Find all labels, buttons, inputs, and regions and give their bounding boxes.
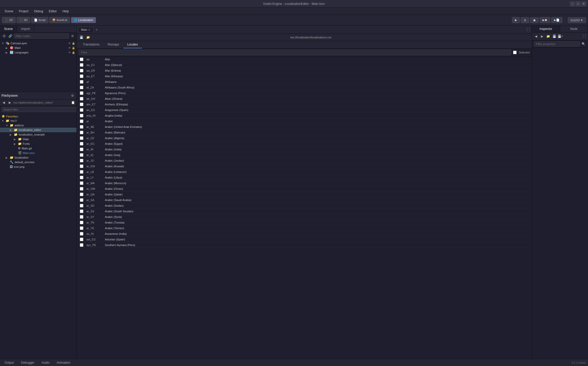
locale-checkbox[interactable] xyxy=(80,164,83,168)
inspector-open-folder[interactable]: 📁 xyxy=(545,34,551,39)
close-button[interactable]: ✕ xyxy=(581,2,586,6)
fs-item-res[interactable]: ▼ 📁 res:// xyxy=(0,118,76,123)
locale-item[interactable]: ar_EGArabic (Egypt) xyxy=(77,141,532,147)
fs-search-input[interactable] xyxy=(2,107,76,112)
locale-checkbox[interactable] xyxy=(80,74,83,78)
fs-item-defaultenv[interactable]: ▶ 🔧 default_env.tres xyxy=(0,160,76,164)
locale-item[interactable]: aa_ERAfar (Eritrea) xyxy=(77,68,532,73)
locale-item[interactable]: aaAfar xyxy=(77,57,532,62)
locale-item[interactable]: arArabic xyxy=(77,118,532,124)
menu-project[interactable]: Project xyxy=(16,9,31,14)
bottom-tab-animation[interactable]: Animation xyxy=(54,360,73,365)
locale-item[interactable]: an_ESAragonese (Spain) xyxy=(77,107,532,113)
locale-item[interactable]: aa_DJAfar (Djibouti) xyxy=(77,62,532,68)
fs-item-addons[interactable]: ▼ 📁 addons xyxy=(0,123,76,128)
locale-item[interactable]: ar_LBArabic (Lebanon) xyxy=(77,169,532,175)
locale-list[interactable]: aaAfaraa_DJAfar (Djibouti)aa_ERAfar (Eri… xyxy=(77,57,532,359)
locale-checkbox[interactable] xyxy=(80,176,83,179)
locale-checkbox[interactable] xyxy=(80,243,83,247)
locale-checkbox[interactable] xyxy=(80,153,83,157)
tab-scene[interactable]: Scene xyxy=(0,26,17,32)
file-save-btn[interactable]: 💾 xyxy=(79,35,84,40)
visibility-icon[interactable]: 👁 xyxy=(68,42,71,45)
selected-checkbox[interactable] xyxy=(513,51,517,54)
lock-icon[interactable]: 🔒 xyxy=(72,42,75,45)
tree-item-languages[interactable]: ▶ 🔤 Languages 👁 🔒 xyxy=(0,50,76,55)
play-scene-button[interactable]: ▶⏹ xyxy=(540,17,550,23)
locale-checkbox[interactable] xyxy=(80,209,83,213)
locale-checkbox[interactable] xyxy=(80,119,83,123)
locale-item[interactable]: ast_ESAsturian (Spain) xyxy=(77,237,532,242)
inspector-history-next[interactable]: ▶ xyxy=(539,34,545,39)
inspector-expand[interactable]: ⛶ xyxy=(581,34,587,39)
fs-path-icon[interactable]: 📋 xyxy=(70,100,75,105)
filter-nodes-input[interactable] xyxy=(14,34,69,39)
bottom-tab-debugger[interactable]: Debugger xyxy=(18,360,37,365)
locale-checkbox[interactable] xyxy=(80,159,83,162)
menu-scene[interactable]: Scene xyxy=(2,9,16,14)
locale-item[interactable]: ar_TNArabic (Tunisia) xyxy=(77,220,532,225)
locale-checkbox[interactable] xyxy=(80,148,83,151)
locale-item[interactable]: ar_JOArabic (Jordan) xyxy=(77,158,532,163)
locale-checkbox[interactable] xyxy=(80,193,83,196)
locale-checkbox[interactable] xyxy=(80,226,83,230)
locale-item[interactable]: aa_ETAfar (Ethiopia) xyxy=(77,73,532,79)
fs-forward-button[interactable]: ▶ xyxy=(7,100,12,105)
locale-checkbox[interactable] xyxy=(80,114,83,117)
fs-item-localization-example[interactable]: ▶ 📁 localization_example xyxy=(0,132,76,137)
locale-checkbox[interactable] xyxy=(80,86,83,89)
locale-checkbox[interactable] xyxy=(80,69,83,72)
lock-icon-main[interactable]: 🔒 xyxy=(72,47,75,49)
locale-item[interactable]: ar_SDArabic (Sudan) xyxy=(77,203,532,208)
toolbar-2d-button[interactable]: ⬛ 2D xyxy=(2,17,16,23)
locale-item[interactable]: ar_OMArabic (Oman) xyxy=(77,186,532,192)
lock-icon-lang[interactable]: 🔒 xyxy=(72,51,75,54)
locale-checkbox[interactable] xyxy=(80,136,83,140)
pause-button[interactable]: ⏸ xyxy=(521,17,529,23)
fs-item-iconpng[interactable]: ▶ 🖼 icon.png xyxy=(0,164,76,169)
bottom-tab-audio[interactable]: Audio xyxy=(39,360,52,365)
stop-button[interactable]: ⏹ xyxy=(530,17,539,23)
render-mode-button[interactable]: GLES3 ▼ xyxy=(568,17,586,23)
locale-item[interactable]: ar_SAArabic (Saudi Arabia) xyxy=(77,197,532,203)
locale-checkbox[interactable] xyxy=(80,221,83,224)
locale-checkbox[interactable] xyxy=(80,198,83,202)
bottom-tab-output[interactable]: Output xyxy=(2,360,16,365)
locale-item[interactable]: ar_IQArabic (Iraq) xyxy=(77,152,532,158)
add-tab-button[interactable]: + xyxy=(94,27,100,33)
locale-checkbox[interactable] xyxy=(80,97,83,101)
editor-tab-main[interactable]: Main ✕ xyxy=(78,27,94,32)
menu-debug[interactable]: Debug xyxy=(31,9,46,14)
tab-inspector[interactable]: Inspector xyxy=(532,26,560,32)
tab-import[interactable]: Import xyxy=(17,26,34,32)
locale-item[interactable]: ar_INArabic (India) xyxy=(77,147,532,152)
link-node-button[interactable]: 🔗 xyxy=(8,34,13,39)
locale-item[interactable]: ar_LYArabic (Libya) xyxy=(77,175,532,180)
tab-main-close[interactable]: ✕ xyxy=(88,28,90,31)
locale-checkbox[interactable] xyxy=(80,187,83,191)
toolbar-script-button[interactable]: 📄 Script xyxy=(31,17,48,23)
toolbar-assetlib-button[interactable]: 📦 AssetLib xyxy=(49,17,70,23)
locale-checkbox[interactable] xyxy=(80,63,83,67)
tab-locales[interactable]: Locales xyxy=(123,41,142,48)
locale-item[interactable]: as_INAssamese (India) xyxy=(77,231,532,237)
locale-checkbox[interactable] xyxy=(80,80,83,84)
fs-item-maintscn[interactable]: ▶ 🎬 Main.tscn xyxy=(0,151,76,155)
toolbar-3d-button[interactable]: ⬛ 3D xyxy=(17,17,30,23)
file-open-btn[interactable]: 📁 xyxy=(85,35,91,40)
locale-item[interactable]: ar_SSArabic (South Soudan) xyxy=(77,208,532,214)
locale-checkbox[interactable] xyxy=(80,215,83,219)
locale-item[interactable]: af_ZAAfrikaans (South Africa) xyxy=(77,85,532,90)
locale-item[interactable]: ar_KWArabic (Kuwait) xyxy=(77,163,532,169)
locale-checkbox[interactable] xyxy=(80,108,83,112)
locale-checkbox[interactable] xyxy=(80,238,83,241)
fs-item-data[interactable]: ▶ 📁 Data xyxy=(0,137,76,141)
maximize-button[interactable]: □ xyxy=(576,2,580,6)
locale-checkbox[interactable] xyxy=(80,131,83,134)
inspector-history-prev[interactable]: ◀ xyxy=(533,34,539,39)
locale-item[interactable]: agr_PEAguaruna (Peru) xyxy=(77,90,532,96)
locale-item[interactable]: am_ETAmharic (Ethiopia) xyxy=(77,102,532,107)
add-node-button[interactable]: ➕ xyxy=(2,34,7,39)
tab-remaps[interactable]: Remaps xyxy=(104,41,123,48)
fullscreen-button[interactable]: ⛶ xyxy=(526,27,531,32)
